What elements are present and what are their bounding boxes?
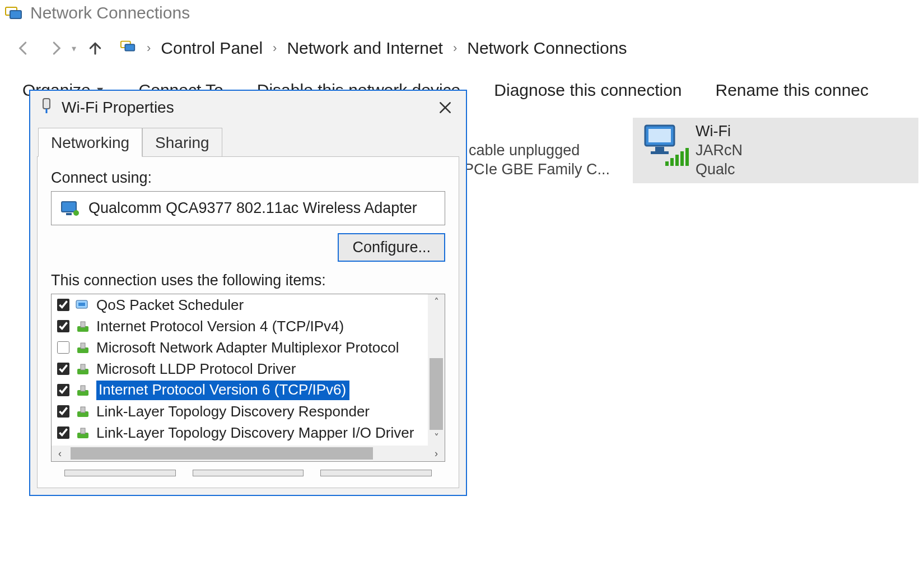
svg-rect-6	[655, 147, 664, 151]
protocol-icon	[75, 426, 91, 439]
breadcrumb-segment[interactable]: Network and Internet	[287, 39, 442, 58]
configure-button[interactable]: Configure...	[338, 233, 445, 262]
item-label: QoS Packet Scheduler	[96, 296, 244, 314]
connection-items-list[interactable]: QoS Packet SchedulerInternet Protocol Ve…	[52, 294, 445, 461]
protocol-icon	[75, 362, 91, 375]
scroll-left-icon[interactable]: ‹	[52, 446, 68, 461]
adapter-name: net	[444, 122, 610, 141]
back-button[interactable]	[10, 35, 37, 62]
breadcrumb-segment[interactable]: Control Panel	[161, 39, 263, 58]
svg-rect-1	[10, 11, 21, 18]
networking-panel: Connect using: Qualcomm QCA9377 802.11ac…	[37, 156, 459, 488]
svg-rect-8	[43, 99, 50, 109]
item-checkbox[interactable]	[57, 363, 69, 375]
protocol-icon	[75, 319, 91, 333]
network-connections-icon	[4, 4, 22, 22]
svg-rect-20	[81, 364, 85, 370]
scroll-down-icon[interactable]: ˅	[428, 430, 445, 446]
svg-rect-18	[81, 343, 85, 349]
signal-bars-icon	[665, 148, 689, 166]
dialog-title: Wi-Fi Properties	[62, 99, 174, 117]
connection-items-listbox: QoS Packet SchedulerInternet Protocol Ve…	[51, 294, 445, 462]
svg-rect-11	[66, 213, 72, 215]
chevron-right-icon: ›	[146, 41, 152, 55]
scroll-up-icon[interactable]: ˄	[428, 294, 445, 310]
adapter-properties-icon	[39, 98, 54, 118]
protocol-icon	[75, 405, 91, 418]
svg-rect-22	[81, 386, 85, 391]
svg-rect-26	[81, 428, 85, 434]
item-checkbox[interactable]	[57, 405, 69, 418]
scroll-track[interactable]	[68, 446, 428, 461]
wifi-properties-dialog: Wi-Fi Properties Networking Sharing Conn…	[29, 90, 467, 496]
network-connections-small-icon	[120, 38, 137, 59]
connection-item-row[interactable]: Internet Protocol Version 6 (TCP/IPv6)	[52, 379, 445, 401]
chevron-right-icon: ›	[452, 41, 458, 55]
qos-icon	[75, 298, 91, 312]
wifi-adapter-icon	[641, 122, 685, 167]
forward-button[interactable]	[43, 35, 69, 62]
adapter-name: Wi-Fi	[696, 122, 743, 141]
dialog-titlebar[interactable]: Wi-Fi Properties	[30, 91, 466, 124]
install-button[interactable]	[64, 470, 176, 476]
address-bar[interactable]: › Control Panel › Network and Internet ›…	[114, 33, 924, 64]
chevron-right-icon: ›	[272, 41, 278, 55]
svg-rect-5	[648, 129, 671, 142]
item-checkbox[interactable]	[57, 320, 69, 332]
item-label: Internet Protocol Version 4 (TCP/IPv4)	[96, 318, 344, 335]
tab-sharing[interactable]: Sharing	[142, 128, 222, 157]
navigation-bar: ▾ › Control Panel › Network and Internet…	[0, 28, 924, 68]
connection-item-row[interactable]: QoS Packet Scheduler	[52, 294, 445, 316]
uninstall-button[interactable]	[193, 470, 304, 476]
item-checkbox[interactable]	[57, 299, 69, 311]
up-button[interactable]	[82, 35, 109, 62]
adapter-selector[interactable]: Qualcomm QCA9377 802.11ac Wireless Adapt…	[51, 191, 445, 225]
tab-networking[interactable]: Networking	[38, 128, 142, 157]
svg-rect-24	[81, 407, 85, 412]
adapter-tile-wifi[interactable]: Wi-Fi JARcN Qualc	[633, 118, 918, 183]
window-titlebar: Network Connections	[0, 0, 924, 28]
item-checkbox[interactable]	[57, 384, 69, 396]
protocol-icon	[75, 341, 91, 354]
svg-rect-14	[78, 303, 85, 306]
breadcrumb-segment[interactable]: Network Connections	[467, 39, 627, 58]
adapter-name-text: Qualcomm QCA9377 802.11ac Wireless Adapt…	[88, 200, 417, 217]
connect-using-label: Connect using:	[51, 169, 445, 187]
rename-button[interactable]: Rename this connec	[716, 81, 869, 100]
window-title: Network Connections	[30, 3, 190, 22]
item-label: Link-Layer Topology Discovery Responder	[96, 403, 370, 420]
scroll-track[interactable]	[428, 310, 445, 430]
scroll-right-icon[interactable]: ›	[428, 446, 445, 461]
adapter-status: ork cable unplugged	[444, 141, 610, 160]
connection-item-row[interactable]: Link-Layer Topology Discovery Responder	[52, 401, 445, 422]
close-button[interactable]	[430, 96, 460, 119]
diagnose-button[interactable]: Diagnose this connection	[494, 81, 682, 100]
history-dropdown-icon[interactable]: ▾	[72, 43, 76, 54]
item-checkbox[interactable]	[57, 341, 69, 354]
scroll-thumb[interactable]	[71, 447, 373, 460]
svg-rect-16	[81, 322, 85, 327]
item-label: Internet Protocol Version 6 (TCP/IPv6)	[96, 381, 349, 400]
tabstrip: Networking Sharing	[30, 128, 466, 157]
svg-rect-3	[125, 44, 134, 50]
horizontal-scrollbar[interactable]: ‹ ›	[52, 446, 445, 461]
connection-item-row[interactable]: Microsoft LLDP Protocol Driver	[52, 358, 445, 379]
adapter-status: JARcN	[696, 141, 743, 160]
dialog-action-buttons	[51, 462, 445, 476]
connection-items-label: This connection uses the following items…	[51, 272, 445, 289]
svg-point-12	[73, 210, 79, 216]
connection-item-row[interactable]: Microsoft Network Adapter Multiplexor Pr…	[52, 337, 445, 358]
scroll-thumb[interactable]	[430, 358, 443, 430]
protocol-icon	[75, 383, 91, 397]
connection-item-row[interactable]: Internet Protocol Version 4 (TCP/IPv4)	[52, 316, 445, 337]
adapter-device: Qualc	[696, 160, 743, 179]
svg-rect-10	[62, 202, 76, 212]
adapter-device: ek PCIe GBE Family C...	[444, 160, 610, 179]
connection-item-row[interactable]: Link-Layer Topology Discovery Mapper I/O…	[52, 422, 445, 443]
item-label: Microsoft Network Adapter Multiplexor Pr…	[96, 339, 399, 356]
item-checkbox[interactable]	[57, 426, 69, 439]
item-label: Link-Layer Topology Discovery Mapper I/O…	[96, 424, 414, 442]
item-label: Microsoft LLDP Protocol Driver	[96, 360, 296, 378]
properties-button[interactable]	[320, 470, 432, 476]
vertical-scrollbar[interactable]: ˄ ˅	[428, 294, 445, 446]
